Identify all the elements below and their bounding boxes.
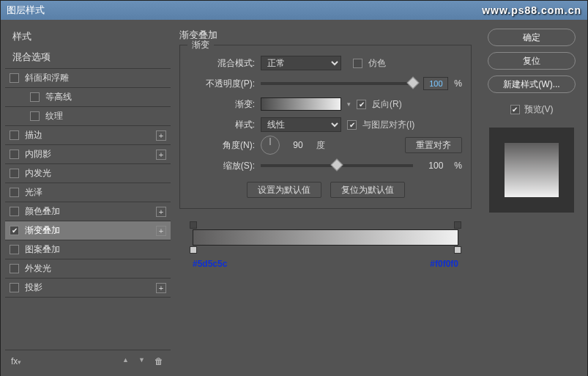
angle-value[interactable]: 90 [286,140,310,150]
blend-mode-select[interactable]: 正常 [261,56,341,70]
move-up-icon[interactable]: ▲ [122,356,133,366]
group-title: 渐变 [187,39,214,51]
effect-label: 纹理 [45,110,166,122]
reset-button[interactable]: 复位 [488,52,576,70]
reverse-label: 反向(R) [372,98,402,111]
effect-label: 光泽 [25,186,166,199]
scale-thumb[interactable] [331,159,343,172]
scale-slider[interactable] [261,164,413,167]
sidebar-item-11[interactable]: 投影+ [5,279,171,298]
window-title: 图层样式 [7,4,45,17]
add-instance-icon[interactable]: + [156,207,166,217]
scale-value[interactable]: 100 [423,161,448,171]
opacity-pct: % [454,78,462,89]
move-down-icon[interactable]: ▼ [138,356,149,366]
effect-label: 内阴影 [25,148,156,161]
gradient-bar[interactable] [193,229,458,246]
ok-button[interactable]: 确定 [488,29,576,46]
gradient-group: 渐变 混合模式: 正常 仿色 不透明度(P): % 渐变: [179,45,472,209]
new-style-button[interactable]: 新建样式(W)... [488,75,576,93]
opacity-stop-left[interactable] [190,221,197,229]
effect-checkbox[interactable] [10,283,19,292]
effect-checkbox[interactable] [10,150,19,159]
style-select[interactable]: 线性 [261,117,341,132]
reset-default-button[interactable]: 复位为默认值 [330,182,405,198]
effect-checkbox[interactable] [30,111,40,121]
align-checkbox[interactable] [347,120,357,130]
opacity-slider[interactable] [261,82,413,85]
sidebar-item-5[interactable]: 内发光 [5,164,171,183]
preview-box [489,128,574,213]
make-default-button[interactable]: 设置为默认值 [247,182,321,198]
scale-pct: % [454,161,462,171]
fx-icon[interactable]: fx▾ [11,356,21,366]
effect-checkbox[interactable] [10,207,19,216]
deg-label: 度 [316,139,325,152]
effect-checkbox[interactable] [10,264,19,273]
effect-label: 描边 [25,129,156,141]
preview-checkbox[interactable] [510,105,520,114]
color-stop-left[interactable] [190,246,197,254]
sidebar-item-8[interactable]: 渐变叠加+ [5,221,171,240]
reset-align-button[interactable]: 重置对齐 [405,137,462,153]
sidebar-item-2[interactable]: 纹理 [5,107,171,126]
sidebar-item-3[interactable]: 描边+ [5,126,171,145]
angle-dial[interactable] [261,136,280,155]
styles-sidebar: 样式 混合选项 斜面和浮雕等高线纹理描边+内阴影+内发光光泽颜色叠加+渐变叠加+… [5,24,171,372]
sidebar-footer: fx▾ ▲ ▼ 🗑 [5,350,171,372]
sidebar-item-1[interactable]: 等高线 [5,88,171,107]
sidebar-item-10[interactable]: 外发光 [5,259,171,279]
effect-checkbox[interactable] [10,73,19,83]
angle-label: 角度(N): [189,139,255,152]
main-panel: 渐变叠加 渐变 混合模式: 正常 仿色 不透明度(P): % 渐变 [171,24,480,372]
add-instance-icon[interactable]: + [156,283,166,293]
align-label: 与图层对齐(I) [362,119,414,131]
preview-label: 预览(V) [524,103,554,116]
layer-style-dialog: 图层样式 www.ps88.com.cn 样式 混合选项 斜面和浮雕等高线纹理描… [0,0,588,376]
effect-label: 图案叠加 [25,243,166,256]
hex-right: #f0f0f0 [430,259,458,269]
sidebar-item-0[interactable]: 斜面和浮雕 [5,69,171,88]
effect-label: 内发光 [25,167,166,180]
effect-label: 颜色叠加 [25,205,156,218]
dither-checkbox[interactable] [353,59,362,68]
gradient-editor: #5d5c5c #f0f0f0 [179,229,472,269]
effect-checkbox[interactable] [10,226,19,235]
gradient-dropdown-icon[interactable]: ▾ [347,100,351,108]
gradient-preview[interactable] [261,97,341,111]
color-stop-right[interactable] [454,246,461,254]
titlebar[interactable]: 图层样式 www.ps88.com.cn [1,1,587,20]
add-instance-icon[interactable]: + [156,150,166,160]
reverse-checkbox[interactable] [357,100,366,109]
effect-label: 投影 [25,281,156,294]
opacity-input[interactable] [423,77,448,90]
add-instance-icon[interactable]: + [156,226,166,236]
effect-checkbox[interactable] [10,130,19,140]
blend-options-heading[interactable]: 混合选项 [5,46,171,69]
right-panel: 确定 复位 新建样式(W)... 预览(V) [480,24,583,372]
watermark: www.ps88.com.cn [482,4,581,16]
effect-checkbox[interactable] [10,169,19,178]
effect-checkbox[interactable] [30,92,40,102]
sidebar-item-7[interactable]: 颜色叠加+ [5,202,171,221]
dither-label: 仿色 [368,57,386,70]
sidebar-item-9[interactable]: 图案叠加 [5,240,171,259]
blend-mode-label: 混合模式: [189,57,255,70]
preview-swatch [505,143,559,197]
style-label: 样式: [189,119,255,131]
effect-checkbox[interactable] [10,188,19,197]
effect-label: 斜面和浮雕 [25,72,166,84]
effect-checkbox[interactable] [10,245,19,254]
opacity-stop-right[interactable] [454,221,461,229]
scale-label: 缩放(S): [189,160,255,172]
trash-icon[interactable]: 🗑 [155,356,165,366]
effect-label: 渐变叠加 [25,224,156,237]
add-instance-icon[interactable]: + [156,130,166,141]
opacity-thumb[interactable] [407,77,420,89]
sidebar-item-6[interactable]: 光泽 [5,183,171,202]
effect-label: 外发光 [25,262,166,275]
styles-heading[interactable]: 样式 [5,24,171,46]
opacity-label: 不透明度(P): [189,78,255,90]
dialog-body: 样式 混合选项 斜面和浮雕等高线纹理描边+内阴影+内发光光泽颜色叠加+渐变叠加+… [1,20,587,376]
sidebar-item-4[interactable]: 内阴影+ [5,145,171,164]
